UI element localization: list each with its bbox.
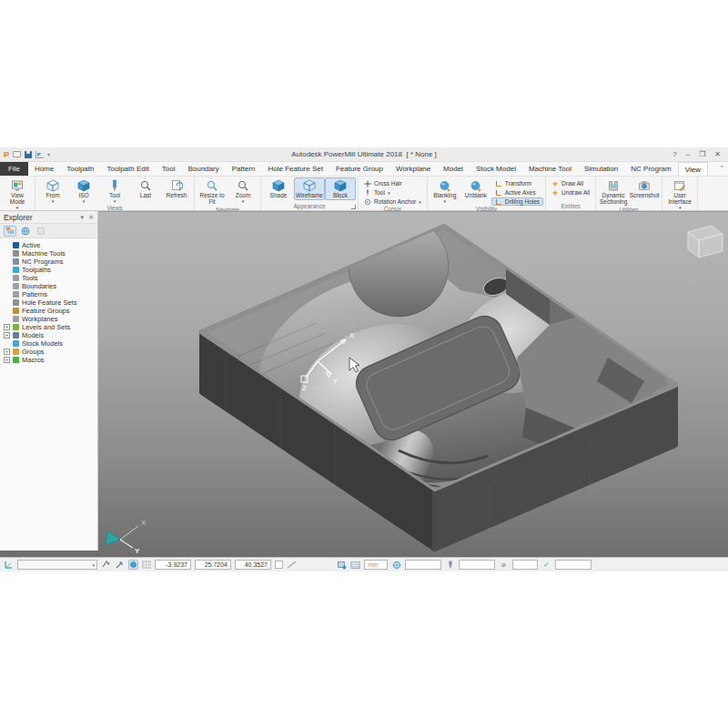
- user-interface-button[interactable]: User Interface: [664, 177, 695, 211]
- drilling-holes-toggle[interactable]: Drilling Holes: [491, 197, 543, 206]
- tree-item[interactable]: Workplanes: [4, 315, 97, 323]
- active-workplane-field[interactable]: [405, 560, 441, 570]
- grid-toggle-icon[interactable]: [142, 561, 151, 569]
- explorer-close-icon[interactable]: ✕: [88, 214, 94, 221]
- ribbon-tab[interactable]: Boundary: [181, 162, 225, 176]
- block-status-icon[interactable]: [337, 560, 347, 570]
- tolerance-field[interactable]: [555, 560, 592, 570]
- tree-item[interactable]: NC Programs: [4, 258, 97, 266]
- model-scene: X Y Z X Y: [98, 212, 728, 558]
- tree-item[interactable]: Boundaries: [4, 282, 97, 290]
- world-triad: X Y: [106, 519, 147, 555]
- refresh-button[interactable]: Refresh: [161, 177, 192, 200]
- workplane-axes-icon[interactable]: [4, 560, 14, 570]
- zoom-button[interactable]: Zoom: [228, 177, 258, 205]
- units-dropdown[interactable]: mm: [364, 560, 388, 570]
- transform-toggle[interactable]: Transform: [491, 179, 543, 187]
- explorer-web-icon[interactable]: [19, 226, 32, 237]
- appearance-dialog-launcher-icon[interactable]: [351, 205, 356, 209]
- tree-item[interactable]: Machine Tools: [4, 249, 97, 258]
- undraw-all-button[interactable]: Undraw All: [548, 188, 593, 197]
- last-view-button[interactable]: Last: [130, 177, 161, 200]
- cursor-tool-button[interactable]: Tool: [360, 188, 393, 197]
- coordinate-y-field[interactable]: 25.7204: [195, 560, 231, 570]
- viewport-3d[interactable]: X Y Z X Y: [98, 211, 728, 557]
- window-title: Autodesk PowerMill Ultimate 2018 [ * Non…: [0, 150, 728, 158]
- main-area: Explorer ▾ ✕: [0, 211, 728, 557]
- ribbon-tab[interactable]: Simulation: [578, 162, 624, 176]
- pan-icon[interactable]: [101, 560, 111, 570]
- ribbon-tab[interactable]: Tool: [156, 162, 182, 176]
- screenshot-button[interactable]: Screenshot: [629, 177, 660, 200]
- tree-item[interactable]: Feature Groups: [4, 307, 97, 315]
- ribbon-tab[interactable]: Hole Feature Set: [261, 162, 329, 176]
- ribbon-tab[interactable]: Model: [437, 162, 470, 176]
- stock-block-wireframe: [688, 226, 723, 258]
- active-tool-icon[interactable]: [445, 560, 455, 570]
- cross-hair-button[interactable]: Cross Hair: [360, 179, 406, 187]
- expander-icon[interactable]: [4, 357, 10, 363]
- svg-text:Y: Y: [333, 377, 339, 385]
- ribbon-tab[interactable]: Feature Group: [329, 162, 389, 176]
- active-workplane-icon[interactable]: [391, 560, 401, 570]
- explorer-tree-view-icon[interactable]: [4, 226, 16, 237]
- ribbon-collapse-icon[interactable]: ⌃: [719, 165, 724, 172]
- ribbon-tab-row: File Home Toolpath Toolpath Edit Tool: [0, 162, 728, 177]
- tree-item[interactable]: Stock Models: [4, 339, 97, 348]
- ribbon-tab[interactable]: Toolpath: [60, 162, 100, 176]
- coords-mode-icon[interactable]: [350, 560, 360, 570]
- tree-item[interactable]: Hole Feature Sets: [4, 298, 97, 307]
- close-button[interactable]: ✕: [714, 150, 721, 158]
- tree-item[interactable]: Patterns: [4, 290, 97, 298]
- ribbon-tab[interactable]: Pattern: [226, 162, 262, 176]
- ribbon-tab[interactable]: Machine Tool: [522, 162, 578, 176]
- restore-button[interactable]: ❐: [699, 150, 705, 158]
- minimize-button[interactable]: –: [686, 150, 690, 158]
- diameter-field[interactable]: [512, 560, 538, 570]
- workplane-dropdown[interactable]: ▾: [17, 560, 97, 570]
- expander-icon[interactable]: [4, 349, 10, 355]
- wireframe-button[interactable]: Wireframe: [294, 177, 325, 200]
- active-tool-field[interactable]: [459, 560, 495, 570]
- rotation-anchor-button[interactable]: Rotation Anchor: [360, 197, 425, 206]
- view-mode-button[interactable]: View Mode: [2, 177, 33, 211]
- expander-icon[interactable]: [4, 332, 10, 339]
- ribbon-tab[interactable]: Home: [28, 162, 60, 176]
- snap-checkbox[interactable]: [275, 561, 283, 569]
- explorer-menu-icon[interactable]: ▾: [81, 214, 85, 221]
- ribbon-tab[interactable]: NC Program: [624, 162, 677, 176]
- cursor-mode-icon[interactable]: [128, 560, 138, 570]
- measure-line-icon[interactable]: [287, 560, 297, 570]
- unblank-button[interactable]: Unblank: [460, 177, 491, 200]
- tree-item[interactable]: Active: [4, 241, 97, 249]
- active-axes-toggle[interactable]: Active Axes: [491, 188, 543, 197]
- explorer-panel: Explorer ▾ ✕: [0, 211, 98, 551]
- expander-icon[interactable]: [4, 324, 10, 330]
- tree-item[interactable]: Toolpaths: [4, 266, 97, 274]
- ribbon-tab[interactable]: File: [0, 162, 28, 176]
- dynamic-sectioning-button[interactable]: Dynamic Sectioning: [598, 177, 629, 207]
- shade-button[interactable]: Shade: [263, 177, 294, 200]
- tree-item[interactable]: Levels and Sets: [4, 323, 97, 331]
- help-button[interactable]: ?: [672, 150, 676, 158]
- draw-all-button[interactable]: Draw All: [548, 179, 587, 187]
- ribbon-tab[interactable]: Toolpath Edit: [100, 162, 155, 176]
- tree-item-icon: [13, 340, 19, 347]
- tree-item[interactable]: Macros: [4, 356, 97, 364]
- tree-item[interactable]: Models: [4, 331, 97, 339]
- iso-button[interactable]: ISO: [68, 177, 99, 205]
- coordinate-x-field[interactable]: -3.9237: [155, 560, 191, 570]
- ribbon-tab[interactable]: View: [678, 162, 708, 176]
- from-button[interactable]: From: [37, 177, 68, 205]
- block-button[interactable]: Block: [325, 177, 356, 200]
- tree-item[interactable]: Tools: [4, 274, 97, 282]
- coordinate-z-field[interactable]: 40.3527: [235, 560, 271, 570]
- resize-to-fit-button[interactable]: Resize to Fit: [197, 177, 228, 207]
- blanking-button[interactable]: Blanking: [430, 177, 460, 205]
- tool-view-button[interactable]: Tool: [99, 177, 130, 205]
- ribbon-tab[interactable]: Workplane: [389, 162, 437, 176]
- ribbon-group-cursor: Cross Hair Tool Rotation Anchor Cursor: [359, 177, 428, 210]
- ribbon-tab[interactable]: Stock Model: [470, 162, 522, 176]
- tree-item[interactable]: Groups: [4, 348, 97, 356]
- rotate-icon[interactable]: [115, 560, 125, 570]
